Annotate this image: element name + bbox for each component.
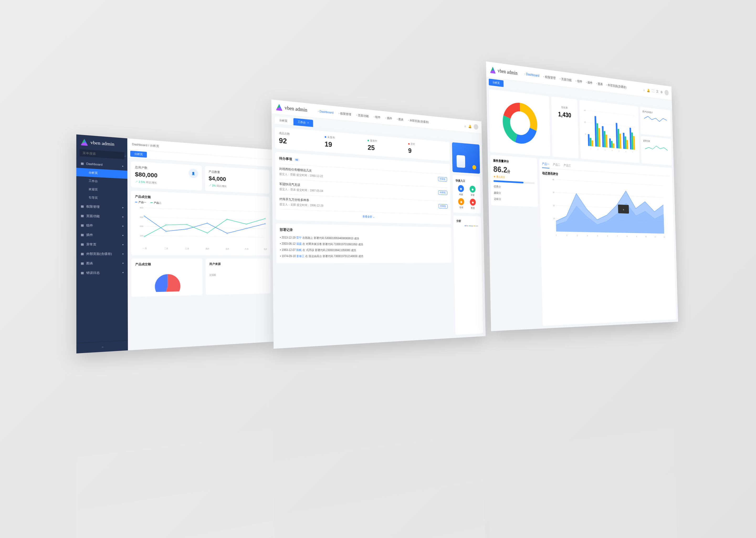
nav-link[interactable]: ◦ 图表	[397, 117, 404, 122]
svg-rect-36	[594, 116, 597, 146]
avatar[interactable]	[664, 90, 669, 96]
logo-icon	[490, 67, 496, 74]
conversion-card: 转化率 1,430	[551, 96, 579, 159]
sidebar-item[interactable]: ▦错误日志▾	[76, 268, 128, 278]
svg-point-28	[264, 218, 266, 219]
user-source-card: 用户来源 3,500	[206, 258, 271, 295]
menu-search-input[interactable]	[82, 151, 124, 157]
stat-card-users: 总用户数 $80,000 ↗ 2.5% 环比增长 👤	[131, 161, 202, 191]
svg-text:五月: 五月	[225, 247, 229, 250]
svg-line-69	[555, 180, 663, 186]
dashboard-panel-workbench: vben admin ◦ Dashboard◦ 权限管理◦ 页面功能◦ 组件◦ …	[271, 100, 486, 349]
fullscreen-icon[interactable]: ⛶	[652, 89, 654, 93]
svg-point-27	[246, 224, 247, 225]
chevron-down-icon: ▾	[122, 262, 124, 264]
nav-link[interactable]: ◦ 外部页面(含缓存)	[408, 118, 429, 124]
tab-analysis[interactable]: 分析页	[489, 79, 504, 87]
source-value: 3,500	[209, 273, 267, 276]
nav-link[interactable]: ◦ 页面功能	[560, 77, 572, 82]
stat-trend: ↗ 3% 同比增长	[209, 184, 266, 190]
svg-text:四月: 四月	[206, 247, 210, 249]
nav-link[interactable]: ◦ 图表	[596, 81, 603, 87]
sidebar-item[interactable]: ▦外部页面(含缓存)▾	[76, 249, 127, 258]
svg-text:一月: 一月	[143, 247, 147, 249]
bell-icon[interactable]: 🔔	[468, 124, 472, 128]
sidebar-item[interactable]: ▦插件▾	[76, 230, 127, 240]
conversion-value: 1,430	[554, 110, 575, 120]
quick-link[interactable]: ◆配置	[468, 198, 478, 210]
nav-link[interactable]: ◦ 权限管理	[543, 74, 556, 81]
nav-link[interactable]: ◦ 外部页面(含缓存)	[606, 83, 626, 89]
nav-link[interactable]: ◦ 插件	[586, 80, 592, 85]
sidebar-item[interactable]: ▦页面功能▾	[76, 211, 127, 221]
svg-text:12: 12	[664, 236, 665, 238]
sidebar-item[interactable]: ▦异常页▾	[76, 239, 127, 249]
svg-rect-41	[630, 128, 632, 149]
sidebar-item[interactable]: ▦组件▾	[76, 220, 127, 231]
quick-link[interactable]: ◆构建	[456, 185, 466, 196]
svg-line-4	[144, 217, 265, 220]
stat-item: 成品总数92	[279, 131, 325, 148]
logo-text: vben admin	[285, 105, 307, 113]
quick-link[interactable]: ◆管理	[456, 198, 466, 210]
tab-product-1[interactable]: 产品一	[542, 162, 550, 168]
tab-product-3[interactable]: 产品三	[564, 163, 571, 170]
svg-rect-44	[604, 131, 606, 147]
quick-link[interactable]: ◆部署	[467, 186, 478, 197]
svg-text:6: 6	[626, 151, 626, 152]
svg-line-29	[587, 134, 636, 138]
svg-rect-42	[590, 138, 592, 146]
search-icon[interactable]: ⌕	[464, 124, 466, 128]
svg-text:4: 4	[587, 235, 588, 237]
log-user-link[interactable]: 雷宁	[296, 236, 302, 239]
svg-rect-45	[611, 141, 613, 148]
nav-link[interactable]: ◦ 组件	[374, 115, 381, 120]
svg-point-23	[165, 224, 166, 225]
log-user-link[interactable]: 姜修三	[296, 254, 305, 258]
sidebar-item[interactable]: ▦图表▾	[76, 258, 127, 268]
logo-text: vben admin	[498, 68, 518, 76]
chart-title: 产品成交额	[135, 262, 199, 266]
svg-text:六月: 六月	[245, 248, 248, 250]
log-user-link[interactable]: 陈帆	[296, 248, 302, 252]
nav-link[interactable]: ◦ 插件	[385, 116, 392, 120]
svg-rect-54	[626, 140, 628, 149]
nav-link[interactable]: ◦ 权限管理	[338, 111, 351, 116]
svg-rect-37	[602, 126, 604, 147]
nav-link[interactable]: ◦ 页面功能	[356, 113, 369, 118]
log-user-link[interactable]: 谭霞	[296, 242, 302, 245]
menu-icon: ▦	[80, 242, 84, 246]
header-icons: ⌕ 🔔 ⛶ 文 ⚙	[643, 87, 669, 96]
notification-icon[interactable]: 🔔	[647, 88, 650, 92]
gear-icon[interactable]: ⚙	[660, 90, 663, 94]
svg-text:200: 200	[140, 225, 143, 228]
chevron-down-icon: ▴	[122, 164, 123, 167]
svg-point-25	[207, 232, 208, 233]
svg-text:50: 50	[585, 133, 586, 135]
svg-rect-35	[588, 134, 590, 146]
lang-icon[interactable]: 文	[656, 89, 659, 94]
tab-analysis[interactable]: 分析页	[130, 151, 147, 158]
nav-link[interactable]: ◦ Dashboard	[524, 72, 540, 78]
area-chart: 102030401234567891011129	[542, 177, 672, 239]
nav-link[interactable]: ◦ Dashboard	[318, 109, 333, 115]
nav-link[interactable]: ◦ 组件	[575, 79, 582, 84]
sidebar-item[interactable]: ▦权限管理▾	[76, 201, 127, 212]
search-icon[interactable]: ⌕	[643, 88, 645, 92]
dashboard-panel-classic: vben admin ⌕ ▦Dashboard▴分析页工作台欢迎页引导页▦权限管…	[76, 134, 274, 353]
logo-icon	[80, 139, 88, 146]
chevron-down-icon: ▾	[122, 271, 124, 273]
svg-rect-48	[631, 133, 634, 150]
quick-icon: ◆	[458, 185, 464, 192]
svg-rect-46	[618, 129, 620, 148]
tab-product-2[interactable]: 产品二	[553, 163, 560, 169]
svg-text:20: 20	[553, 204, 555, 206]
sidebar: vben admin ⌕ ▦Dashboard▴分析页工作台欢迎页引导页▦权限管…	[76, 134, 128, 353]
quick-links-card: 快捷入口 ◆构建◆部署◆管理◆配置	[452, 175, 481, 214]
avatar[interactable]	[474, 124, 478, 130]
mini-legend: ●Bao ●App ●Com	[456, 224, 478, 227]
close-icon[interactable]: ×	[307, 121, 309, 125]
svg-text:1: 1	[556, 234, 557, 236]
menu-icon: ▦	[80, 233, 84, 237]
line-chart-card: 产品成交额 产品一 产品二 100200300400一月二月三月四月五月六月七月	[131, 190, 270, 255]
